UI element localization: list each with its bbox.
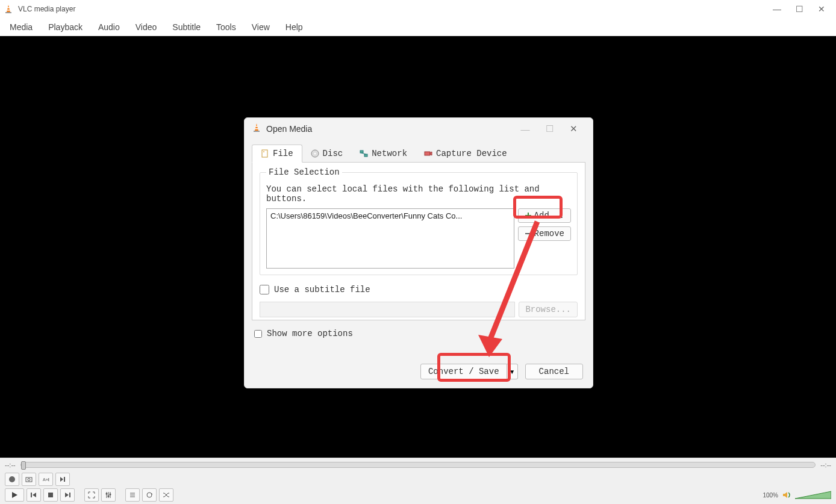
convert-save-dropdown[interactable]: ▼ [507, 364, 518, 379]
frame-step-icon [59, 476, 66, 483]
svg-point-17 [28, 479, 30, 481]
stop-button[interactable] [43, 488, 58, 502]
svg-rect-5 [255, 128, 258, 129]
volume-control: 100% [763, 490, 831, 500]
menu-view[interactable]: View [245, 20, 277, 34]
svg-rect-3 [254, 131, 260, 132]
camera-icon [25, 476, 33, 483]
stop-icon [47, 491, 54, 499]
dialog-titlebar[interactable]: Open Media — ☐ ✕ [245, 118, 593, 140]
speaker-icon[interactable] [782, 490, 791, 500]
more-options-row: Show more options [254, 329, 583, 338]
svg-point-28 [110, 494, 111, 496]
dialog-maximize-icon: ☐ [537, 123, 561, 134]
menu-audio[interactable]: Audio [91, 20, 127, 34]
window-close-icon[interactable]: ✕ [818, 4, 825, 14]
tab-capture-device[interactable]: Capture Device [416, 145, 516, 162]
frame-step-button[interactable] [55, 473, 70, 486]
menu-media[interactable]: Media [2, 20, 40, 34]
menu-tools[interactable]: Tools [209, 20, 243, 34]
browse-subtitle-button: Browse... [519, 302, 578, 317]
svg-rect-13 [425, 152, 430, 155]
loop-button[interactable] [142, 488, 157, 502]
svg-rect-21 [48, 493, 53, 497]
dialog-minimize-icon[interactable]: — [513, 124, 537, 134]
svg-rect-6 [262, 150, 267, 157]
svg-rect-0 [5, 12, 11, 13]
fullscreen-button[interactable] [84, 488, 99, 502]
tab-disc[interactable]: Disc [302, 145, 352, 162]
seek-slider[interactable] [20, 462, 816, 468]
file-selection-hint: You can select local files with the foll… [266, 184, 571, 204]
play-button[interactable] [5, 488, 24, 502]
convert-save-split-button: Convert / Save ▼ [420, 364, 518, 379]
previous-button[interactable] [27, 488, 41, 502]
svg-point-7 [263, 151, 264, 152]
convert-save-button[interactable]: Convert / Save [420, 364, 507, 379]
menu-video[interactable]: Video [128, 20, 164, 34]
svg-rect-10 [360, 151, 363, 153]
volume-slider[interactable] [795, 490, 831, 500]
seek-handle[interactable] [21, 461, 26, 470]
menu-subtitle[interactable]: Subtitle [165, 20, 208, 34]
menubar: Media Playback Audio Video Subtitle Tool… [0, 18, 836, 36]
playlist-button[interactable] [125, 488, 140, 502]
svg-rect-4 [255, 126, 258, 127]
snapshot-button[interactable] [22, 473, 36, 486]
show-more-options-checkbox[interactable] [254, 330, 262, 338]
open-media-dialog: Open Media — ☐ ✕ File Disc Network Captu… [244, 117, 593, 388]
use-subtitle-checkbox[interactable] [260, 285, 269, 294]
add-button[interactable]: Add... [518, 208, 571, 223]
shuffle-icon [163, 491, 170, 499]
loop-icon [146, 491, 153, 499]
svg-rect-22 [69, 493, 70, 497]
disc-icon [311, 149, 319, 158]
window-controls: — ☐ ✕ [773, 4, 832, 14]
record-icon [9, 476, 15, 482]
file-icon [261, 149, 269, 158]
remove-button[interactable]: Remove [518, 226, 571, 241]
record-button[interactable] [5, 473, 19, 486]
svg-text:A»B: A»B [43, 478, 49, 482]
network-icon [360, 149, 368, 158]
titlebar: VLC media player — ☐ ✕ [0, 0, 836, 18]
shuffle-button[interactable] [159, 488, 173, 502]
capture-device-icon [424, 149, 432, 158]
tab-network[interactable]: Network [351, 145, 416, 162]
tab-file-panel: File Selection You can select local file… [252, 163, 585, 320]
next-button[interactable] [60, 488, 75, 502]
window-maximize-icon[interactable]: ☐ [796, 4, 803, 14]
subtitle-checkbox-row: Use a subtitle file [260, 285, 578, 294]
svg-rect-1 [7, 7, 10, 8]
atob-loop-button[interactable]: A»B [39, 473, 53, 486]
svg-point-9 [314, 152, 316, 154]
dialog-tabs: File Disc Network Capture Device [252, 145, 585, 163]
menu-playback[interactable]: Playback [41, 20, 90, 34]
ab-loop-icon: A»B [42, 476, 49, 483]
svg-rect-2 [7, 10, 10, 11]
file-selection-group: File Selection You can select local file… [260, 167, 578, 275]
svg-rect-19 [64, 477, 65, 482]
volume-percent: 100% [763, 492, 778, 499]
svg-rect-20 [31, 493, 32, 497]
svg-rect-14 [525, 233, 531, 234]
file-list-item[interactable]: C:\Users\86159\Videos\BeeConverter\Funny… [270, 211, 510, 220]
window-title: VLC media player [18, 5, 773, 13]
svg-point-26 [106, 493, 108, 495]
minus-icon [525, 230, 532, 237]
vlc-cone-icon [4, 4, 13, 14]
plus-icon [525, 212, 532, 219]
dialog-close-icon[interactable]: ✕ [561, 123, 585, 134]
tab-file[interactable]: File [252, 145, 302, 163]
file-list[interactable]: C:\Users\86159\Videos\BeeConverter\Funny… [266, 208, 514, 269]
time-total: --:-- [820, 461, 831, 468]
skip-forward-icon [64, 491, 71, 499]
time-elapsed: --:-- [5, 461, 16, 468]
menu-help[interactable]: Help [278, 20, 310, 34]
dialog-title: Open Media [266, 124, 513, 134]
cancel-button[interactable]: Cancel [525, 364, 583, 379]
subtitle-path-field [260, 302, 515, 317]
bottom-bar: --:-- --:-- A»B 100% [0, 458, 836, 504]
window-minimize-icon[interactable]: — [773, 4, 781, 14]
extended-settings-button[interactable] [101, 488, 116, 502]
